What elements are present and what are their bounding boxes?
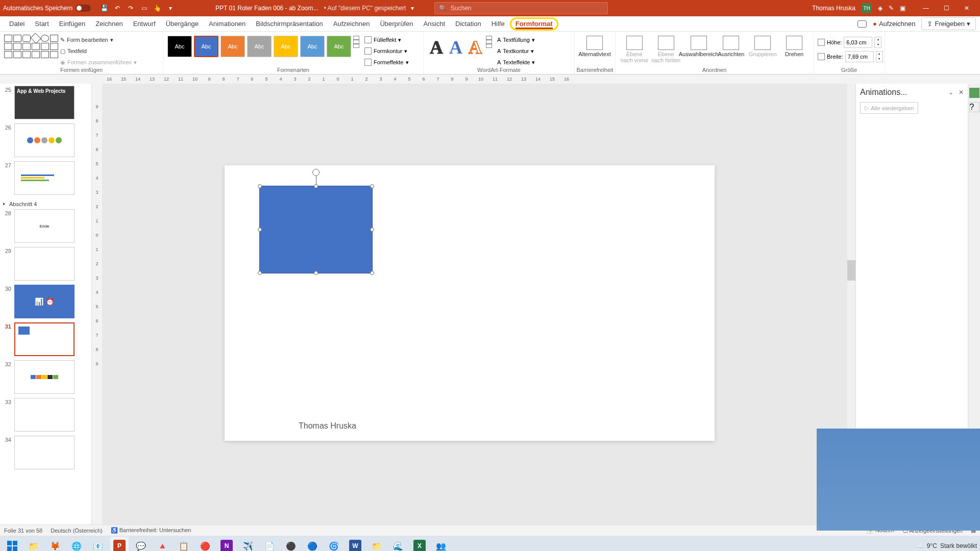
text-fill-button[interactable]: ATextfüllung▾ [497, 35, 535, 45]
outlook-icon[interactable]: 📧 [89, 537, 107, 551]
touch-icon[interactable]: 👆 [153, 4, 161, 12]
slide-thumbnails-panel[interactable]: 25 App & Web Projects 26 27 Abschnitt 4 … [0, 84, 92, 524]
tab-start[interactable]: Start [30, 16, 54, 32]
qat-more-icon[interactable]: ▾ [166, 4, 175, 12]
telegram-icon[interactable]: ✈️ [239, 537, 257, 551]
minimize-button[interactable]: — [916, 0, 936, 16]
powerpoint-icon[interactable]: P [110, 537, 129, 551]
undo-icon[interactable]: ↶ [113, 4, 121, 12]
app-icon[interactable]: 💬 [132, 537, 150, 551]
shape-style-gallery[interactable]: Abc Abc Abc Abc Abc Abc Abc [167, 34, 351, 57]
explorer-icon[interactable]: 📁 [24, 537, 43, 551]
resize-handle-ne[interactable] [370, 184, 374, 188]
thumbnail-33[interactable]: 33 [2, 398, 89, 432]
tab-dictation[interactable]: Dictation [450, 16, 486, 32]
chevron-up-icon[interactable] [486, 36, 492, 40]
shape-effects-button[interactable]: Formeffekte▾ [364, 57, 409, 67]
resize-handle-sw[interactable] [258, 271, 262, 275]
record-button[interactable]: ●Aufzeichnen [873, 20, 915, 28]
diamond-icon[interactable]: ◈ [878, 5, 883, 12]
shape-outline-button[interactable]: Formkontur▾ [364, 46, 409, 56]
thumbnail-31-current[interactable]: 31 [2, 322, 89, 356]
thumbnail-29[interactable]: 29 [2, 247, 89, 281]
start-button[interactable] [3, 537, 21, 551]
close-button[interactable]: ✕ [957, 0, 977, 16]
side-tab-1[interactable] [969, 88, 979, 98]
wordart-style[interactable]: A [467, 37, 484, 58]
side-tab-2[interactable]: ? [969, 102, 979, 112]
chevron-down-icon[interactable] [486, 40, 492, 44]
app-icon-2[interactable]: 📋 [175, 537, 193, 551]
app-icon-7[interactable]: 📁 [368, 537, 386, 551]
shape-fill-button[interactable]: Fülleffekt▾ [364, 35, 409, 45]
section-header[interactable]: Abschnitt 4 [2, 199, 89, 209]
expand-icon[interactable] [353, 44, 359, 48]
width-input[interactable] [845, 51, 874, 62]
tab-ueberpruefen[interactable]: Überprüfen [375, 16, 418, 32]
selected-rectangle-shape[interactable] [259, 186, 373, 273]
wordart-style[interactable]: A [428, 37, 445, 58]
slide-canvas[interactable]: Thomas Hruska [225, 165, 715, 441]
thumbnail-26[interactable]: 26 [2, 123, 89, 157]
resize-handle-s[interactable] [314, 271, 318, 275]
thumbnail-34[interactable]: 34 [2, 436, 89, 469]
text-effects-button[interactable]: ATexteffekte▾ [497, 57, 535, 67]
tab-aufzeichnen[interactable]: Aufzeichnen [328, 16, 375, 32]
comments-icon[interactable] [857, 20, 867, 28]
document-title[interactable]: PPT 01 Roter Faden 006 - ab Zoom... • Au… [215, 5, 414, 12]
tab-einfuegen[interactable]: Einfügen [54, 16, 90, 32]
onenote-icon[interactable]: N [217, 537, 236, 551]
save-icon[interactable]: 💾 [100, 4, 108, 12]
pane-close-icon[interactable]: ✕ [959, 89, 964, 96]
user-avatar[interactable]: TH [862, 3, 872, 13]
play-all-button[interactable]: ▷ Alle wiedergeben [860, 102, 918, 114]
chevron-down-icon[interactable] [353, 40, 359, 44]
autosave-toggle[interactable]: Automatisches Speichern [3, 5, 91, 12]
resize-handle-n[interactable] [314, 184, 318, 188]
thumbnail-30[interactable]: 30 📊 ⏰ [2, 285, 89, 318]
tab-animationen[interactable]: Animationen [204, 16, 251, 32]
resize-handle-nw[interactable] [258, 184, 262, 188]
alttext-button[interactable]: Alternativtext [579, 34, 610, 57]
obs-icon[interactable]: ⚫ [282, 537, 300, 551]
thumbnail-27[interactable]: 27 [2, 161, 89, 195]
toggle-switch[interactable] [76, 5, 91, 12]
app-icon-4[interactable]: 📄 [260, 537, 279, 551]
tab-uebergaenge[interactable]: Übergänge [161, 16, 204, 32]
thumbnail-28[interactable]: 28 Ende [2, 209, 89, 243]
redo-icon[interactable]: ↷ [127, 4, 135, 12]
present-icon[interactable]: ▭ [140, 4, 148, 12]
resize-handle-e[interactable] [370, 228, 374, 232]
firefox-icon[interactable]: 🦊 [46, 537, 64, 551]
user-name[interactable]: Thomas Hruska [812, 5, 855, 12]
slide-editor[interactable]: 9876543210123456789 Thomas Hruska [92, 84, 855, 524]
search-input[interactable]: 🔍 Suchen [434, 2, 608, 14]
tab-hilfe[interactable]: Hilfe [486, 16, 510, 32]
thumbnail-32[interactable]: 32 [2, 360, 89, 394]
resize-handle-se[interactable] [370, 271, 374, 275]
tab-datei[interactable]: Datei [4, 16, 30, 32]
style-swatch[interactable]: Abc [274, 36, 298, 57]
selection-pane-button[interactable]: Auswahlbereich [683, 34, 715, 57]
textfield-button[interactable]: ▢Textfeld [60, 46, 137, 56]
style-swatch[interactable]: Abc [247, 36, 272, 57]
pen-icon[interactable]: ✎ [889, 5, 894, 12]
rotate-handle[interactable] [312, 169, 320, 176]
style-gallery-more[interactable] [353, 34, 362, 50]
text-outline-button[interactable]: ATextkontur▾ [497, 46, 535, 56]
rotate-button[interactable]: Drehen [779, 34, 809, 57]
style-swatch[interactable]: Abc [167, 36, 192, 57]
style-swatch[interactable]: Abc [327, 36, 351, 57]
vlc-icon[interactable]: 🔺 [153, 537, 172, 551]
share-button[interactable]: ⇪ Freigeben ▾ [921, 17, 976, 30]
chevron-up-icon[interactable] [353, 36, 359, 40]
expand-icon[interactable] [486, 44, 492, 48]
style-swatch[interactable]: Abc [300, 36, 325, 57]
height-input[interactable] [844, 37, 872, 48]
tab-formformat[interactable]: Formformat [510, 17, 558, 31]
resize-handle-w[interactable] [258, 228, 262, 232]
edit-shape-button[interactable]: ✎Form bearbeiten▾ [60, 35, 137, 45]
app-icon-3[interactable]: 🔴 [196, 537, 214, 551]
tab-bildschirm[interactable]: Bildschirmpräsentation [251, 16, 328, 32]
tab-ansicht[interactable]: Ansicht [418, 16, 450, 32]
